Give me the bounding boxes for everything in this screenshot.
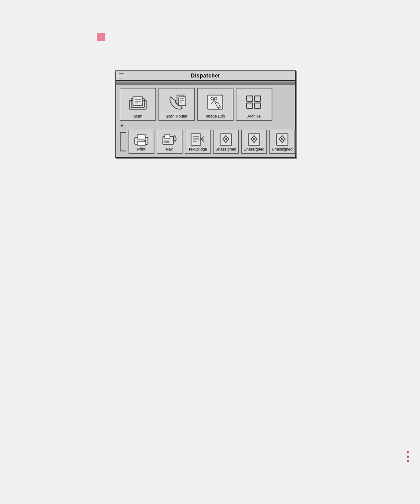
pink-square-decoration	[97, 33, 105, 41]
window-content: Scan Scan Router	[116, 85, 295, 157]
image-edit-icon	[199, 90, 231, 114]
scan-router-button[interactable]: Scan Router	[158, 88, 195, 121]
unassigned-button-3[interactable]: Unassigned	[269, 130, 295, 154]
scan-button[interactable]: Scan	[120, 88, 156, 121]
unassigned-label-1: Unassigned	[215, 147, 236, 152]
archive-label: Archive	[247, 114, 261, 119]
textbridge-button[interactable]: TextBridge	[185, 130, 210, 154]
svg-rect-20	[247, 103, 253, 108]
archive-button[interactable]: Archive	[236, 88, 272, 121]
dot-2	[407, 456, 409, 458]
svg-rect-29	[167, 141, 169, 143]
unassigned-icon-2	[243, 132, 265, 147]
dot-1	[407, 451, 409, 453]
dropdown-arrow-icon: ▼	[120, 123, 124, 128]
bracket	[120, 132, 127, 151]
sub-buttons-row: Print	[129, 130, 295, 154]
dropdown-row: ▼	[120, 123, 291, 128]
svg-rect-30	[191, 134, 201, 145]
svg-rect-21	[254, 103, 261, 108]
print-button[interactable]: Print	[129, 130, 154, 154]
unassigned-icon-3	[272, 132, 293, 147]
unassigned-button-1[interactable]: Unassigned	[213, 130, 239, 154]
svg-rect-24	[137, 142, 145, 145]
image-edit-label: Image Edit	[206, 114, 225, 119]
svg-point-25	[144, 140, 146, 142]
scan-icon	[122, 90, 154, 114]
title-bar-controls	[119, 73, 124, 78]
dots-menu[interactable]	[407, 451, 409, 462]
svg-rect-23	[137, 135, 145, 139]
scan-router-icon	[161, 90, 192, 114]
unassigned-button-2[interactable]: Unassigned	[241, 130, 267, 154]
window-title: Dispatcher	[191, 73, 220, 79]
dot-3	[407, 460, 409, 462]
svg-rect-18	[247, 96, 253, 101]
svg-rect-28	[165, 141, 166, 143]
textbridge-icon	[187, 132, 208, 147]
archive-icon	[238, 90, 270, 114]
unassigned-icon-1	[215, 132, 236, 147]
svg-rect-19	[254, 96, 261, 101]
fax-label: Fax	[166, 147, 173, 152]
close-box[interactable]	[119, 73, 124, 78]
main-buttons-row: Scan Scan Router	[120, 88, 291, 121]
print-icon	[131, 132, 152, 147]
fax-button[interactable]: Fax	[157, 130, 182, 154]
fax-icon	[159, 132, 180, 147]
bracket-line	[120, 132, 126, 151]
sub-section: Print	[120, 130, 291, 154]
scan-router-label: Scan Router	[166, 114, 188, 119]
title-bar: Dispatcher	[116, 71, 295, 81]
unassigned-label-3: Unassigned	[272, 147, 293, 152]
dispatcher-window: Dispatcher	[115, 70, 296, 158]
svg-rect-27	[165, 135, 170, 138]
textbridge-label: TextBridge	[188, 147, 207, 152]
stripe-separator	[116, 81, 295, 85]
image-edit-button[interactable]: Image Edit	[197, 88, 233, 121]
unassigned-label-2: Unassigned	[243, 147, 265, 152]
print-label: Print	[137, 147, 146, 152]
svg-rect-7	[179, 97, 186, 106]
scan-label: Scan	[133, 114, 143, 119]
